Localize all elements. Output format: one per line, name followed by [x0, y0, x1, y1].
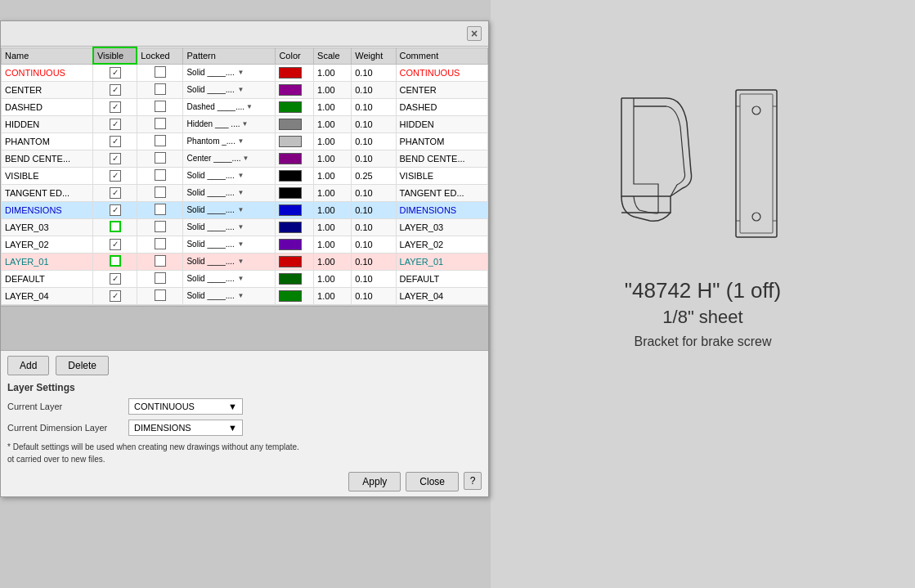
pattern-dropdown-arrow[interactable]: ▼: [237, 137, 244, 145]
visible-cell[interactable]: [93, 218, 137, 236]
pattern-dropdown-arrow[interactable]: ▼: [237, 223, 244, 231]
visible-checkbox[interactable]: [110, 84, 121, 96]
color-cell[interactable]: [276, 253, 314, 270]
color-cell[interactable]: [276, 132, 314, 150]
locked-checkbox[interactable]: [155, 169, 166, 181]
visible-cell[interactable]: [93, 253, 137, 270]
pattern-dropdown-arrow[interactable]: ▼: [246, 103, 253, 110]
visible-cell[interactable]: [93, 98, 137, 115]
visible-cell[interactable]: [93, 115, 137, 132]
locked-checkbox[interactable]: [155, 272, 166, 284]
close-button[interactable]: Close: [406, 472, 459, 491]
locked-cell[interactable]: [137, 132, 183, 150]
visible-checkbox[interactable]: [110, 101, 121, 113]
visible-cell[interactable]: [93, 132, 137, 150]
pattern-cell[interactable]: Center ____....▼: [183, 150, 276, 167]
visible-checkbox[interactable]: [110, 239, 121, 250]
locked-cell[interactable]: [137, 236, 183, 253]
pattern-dropdown-arrow[interactable]: ▼: [237, 258, 244, 265]
color-cell[interactable]: [276, 287, 314, 304]
pattern-cell[interactable]: Solid ____....▼: [183, 64, 276, 81]
visible-cell[interactable]: [93, 64, 137, 81]
locked-checkbox[interactable]: [155, 221, 166, 232]
visible-cell[interactable]: [93, 236, 137, 253]
locked-cell[interactable]: [137, 287, 183, 304]
pattern-cell[interactable]: Solid ____....▼: [183, 236, 276, 253]
visible-checkbox[interactable]: [110, 153, 121, 164]
color-cell[interactable]: [276, 201, 314, 218]
col-visible[interactable]: Visible: [93, 47, 137, 64]
color-cell[interactable]: [276, 218, 314, 236]
visible-cell[interactable]: [93, 150, 137, 167]
locked-cell[interactable]: [137, 270, 183, 287]
locked-cell[interactable]: [137, 184, 183, 201]
visible-checkbox[interactable]: [110, 136, 121, 147]
pattern-dropdown-arrow[interactable]: ▼: [237, 69, 244, 76]
visible-cell[interactable]: [93, 201, 137, 218]
locked-cell[interactable]: [137, 64, 183, 81]
visible-checkbox[interactable]: [110, 221, 121, 232]
pattern-dropdown-arrow[interactable]: ▼: [237, 189, 244, 196]
locked-cell[interactable]: [137, 81, 183, 98]
locked-cell[interactable]: [137, 253, 183, 270]
pattern-cell[interactable]: Solid ____....▼: [183, 253, 276, 270]
locked-checkbox[interactable]: [155, 135, 166, 146]
current-dim-layer-dropdown[interactable]: DIMENSIONS ▼: [128, 420, 243, 436]
pattern-cell[interactable]: Solid ____....▼: [183, 167, 276, 184]
color-cell[interactable]: [276, 64, 314, 81]
locked-checkbox[interactable]: [155, 83, 166, 95]
layers-table-wrapper[interactable]: Name Visible Locked Pattern Color Scale …: [1, 47, 488, 306]
locked-cell[interactable]: [137, 98, 183, 115]
pattern-dropdown-arrow[interactable]: ▼: [237, 172, 244, 179]
locked-checkbox[interactable]: [155, 204, 166, 215]
locked-checkbox[interactable]: [155, 255, 166, 267]
locked-checkbox[interactable]: [155, 238, 166, 249]
current-layer-dropdown[interactable]: CONTINUOUS ▼: [128, 398, 243, 415]
pattern-dropdown-arrow[interactable]: ▼: [237, 292, 244, 299]
color-cell[interactable]: [276, 98, 314, 115]
visible-checkbox[interactable]: [110, 273, 121, 285]
locked-cell[interactable]: [137, 201, 183, 218]
locked-checkbox[interactable]: [155, 66, 166, 78]
locked-checkbox[interactable]: [155, 152, 166, 164]
visible-checkbox[interactable]: [110, 67, 121, 79]
color-cell[interactable]: [276, 115, 314, 132]
delete-button[interactable]: Delete: [56, 356, 109, 375]
color-cell[interactable]: [276, 236, 314, 253]
pattern-dropdown-arrow[interactable]: ▼: [237, 86, 244, 93]
pattern-cell[interactable]: Solid ____....▼: [183, 270, 276, 287]
color-cell[interactable]: [276, 167, 314, 184]
pattern-dropdown-arrow[interactable]: ▼: [241, 120, 248, 128]
add-button[interactable]: Add: [7, 356, 49, 375]
locked-cell[interactable]: [137, 167, 183, 184]
help-button[interactable]: ?: [464, 472, 482, 490]
visible-checkbox[interactable]: [110, 290, 121, 302]
pattern-cell[interactable]: Dashed ____....▼: [183, 98, 276, 115]
pattern-dropdown-arrow[interactable]: ▼: [237, 206, 244, 213]
locked-checkbox[interactable]: [155, 290, 166, 301]
visible-cell[interactable]: [93, 81, 137, 98]
color-cell[interactable]: [276, 81, 314, 98]
pattern-cell[interactable]: Solid ____....▼: [183, 184, 276, 201]
visible-checkbox[interactable]: [110, 187, 121, 199]
locked-cell[interactable]: [137, 115, 183, 132]
apply-button[interactable]: Apply: [348, 472, 401, 491]
visible-cell[interactable]: [93, 287, 137, 304]
locked-cell[interactable]: [137, 150, 183, 167]
pattern-dropdown-arrow[interactable]: ▼: [237, 275, 244, 282]
visible-cell[interactable]: [93, 167, 137, 184]
close-icon[interactable]: ×: [467, 26, 482, 41]
visible-checkbox[interactable]: [110, 119, 121, 130]
color-cell[interactable]: [276, 184, 314, 201]
pattern-cell[interactable]: Solid ____....▼: [183, 287, 276, 304]
pattern-cell[interactable]: Hidden ___ ....▼: [183, 115, 276, 132]
locked-checkbox[interactable]: [155, 101, 166, 112]
pattern-dropdown-arrow[interactable]: ▼: [243, 155, 249, 162]
locked-cell[interactable]: [137, 218, 183, 236]
color-cell[interactable]: [276, 150, 314, 167]
locked-checkbox[interactable]: [155, 118, 166, 129]
visible-cell[interactable]: [93, 184, 137, 201]
pattern-cell[interactable]: Solid ____....▼: [183, 201, 276, 218]
visible-checkbox[interactable]: [110, 255, 121, 267]
locked-checkbox[interactable]: [155, 186, 166, 198]
